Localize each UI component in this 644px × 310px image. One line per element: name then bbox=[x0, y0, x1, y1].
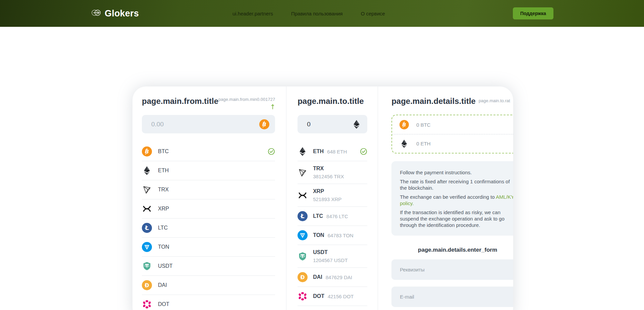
instruction-line: the blockchain. bbox=[400, 185, 513, 191]
to-title: page.main.to.title bbox=[298, 96, 364, 106]
coin-label: XRP bbox=[313, 188, 341, 194]
dot-icon bbox=[298, 291, 308, 301]
nav-link-2[interactable]: О сервисе bbox=[361, 11, 385, 16]
instruction-text: The rate is fixed after receiving 1 conf… bbox=[400, 179, 510, 184]
usdt-icon bbox=[142, 261, 152, 271]
coin-label: TON bbox=[313, 232, 324, 238]
coin-row-xrp[interactable]: XRP521893 XRP bbox=[298, 184, 367, 207]
exchange-card: page.main.from.title page.main.from.min0… bbox=[132, 86, 513, 310]
trx-icon bbox=[142, 185, 152, 195]
coin-row-dai[interactable]: ĐDAI847629 DAI bbox=[298, 268, 367, 287]
instruction-paragraph: The rate is fixed after receiving 1 conf… bbox=[400, 178, 513, 191]
coin-label: BTC bbox=[158, 148, 169, 154]
instruction-text: If the transaction is identified as risk… bbox=[400, 209, 500, 215]
check-icon bbox=[360, 148, 367, 155]
svg-text:Đ: Đ bbox=[300, 274, 305, 281]
from-title: page.main.from.title bbox=[142, 96, 218, 106]
coin-row-usdt[interactable]: USDT bbox=[142, 257, 275, 276]
logo[interactable]: Glokers bbox=[91, 0, 139, 27]
details-title: page.main.details.title bbox=[391, 96, 476, 106]
coin-row-trx[interactable]: TRX bbox=[142, 180, 275, 199]
logo-icon bbox=[91, 8, 102, 19]
coin-row-trx[interactable]: TRX3812456 TRX bbox=[298, 161, 367, 184]
from-amount-input[interactable] bbox=[151, 121, 259, 128]
to-column: page.main.to.title ETH648 ETHTRX3812456 … bbox=[286, 86, 378, 310]
instruction-line: The rate is fixed after receiving 1 conf… bbox=[400, 178, 513, 185]
coin-label: TON bbox=[158, 244, 169, 250]
from-amount-box: B bbox=[142, 115, 275, 133]
coin-label: DOT bbox=[313, 293, 324, 299]
email-input[interactable] bbox=[391, 287, 513, 307]
from-column: page.main.from.title page.main.from.min0… bbox=[132, 86, 286, 310]
coin-main: USDT1204567 USDT bbox=[313, 249, 347, 263]
xrp-icon bbox=[298, 190, 308, 200]
instruction-text: the blockchain. bbox=[400, 185, 433, 191]
eth-icon bbox=[399, 139, 409, 148]
eth-icon bbox=[298, 146, 308, 157]
to-header: page.main.to.title bbox=[298, 96, 367, 106]
coin-label: DOT bbox=[158, 301, 169, 307]
coin-reserve: 3812456 TRX bbox=[313, 174, 344, 179]
instruction-paragraph: Follow the payment instructions. bbox=[400, 169, 513, 176]
coin-row-usdt[interactable]: USDT1204567 USDT bbox=[298, 245, 367, 268]
nav-link-0[interactable]: ui.header.partners bbox=[232, 11, 273, 16]
to-amount-box bbox=[298, 115, 367, 133]
dai-icon: Đ bbox=[298, 272, 308, 282]
arrow-up-icon bbox=[270, 104, 275, 111]
instruction-text: The exchange can be verified according t… bbox=[400, 194, 496, 200]
header-nav: ui.header.partnersПравила пользованияО с… bbox=[232, 0, 385, 27]
requisites-input[interactable] bbox=[391, 259, 513, 280]
coin-label: ETH bbox=[158, 168, 169, 174]
logo-text: Glokers bbox=[105, 8, 139, 19]
instruction-line: Follow the payment instructions. bbox=[400, 169, 513, 176]
coin-row-xrp[interactable]: XRP bbox=[142, 199, 275, 219]
from-header: page.main.from.title page.main.from.min0… bbox=[142, 96, 275, 106]
instruction-line: If the transaction is identified as risk… bbox=[400, 209, 513, 215]
coin-row-ltc[interactable]: ŁLTC bbox=[142, 219, 275, 238]
summary-box: B0 BTC0 ETH bbox=[391, 115, 513, 153]
to-amount-input[interactable] bbox=[307, 121, 352, 128]
coin-label: ETH bbox=[313, 148, 324, 154]
ton-icon bbox=[142, 242, 152, 252]
coin-row-dot[interactable]: DOT bbox=[142, 295, 275, 310]
eth-icon bbox=[142, 166, 152, 176]
coin-reserve: 42156 DOT bbox=[328, 294, 354, 299]
coin-row-ton[interactable]: TON64783 TON bbox=[298, 226, 367, 245]
xrp-icon bbox=[142, 204, 152, 214]
coin-row-eth[interactable]: ETH648 ETH bbox=[298, 142, 367, 161]
summary-amount: 0 ETH bbox=[416, 141, 431, 146]
form-title: page.main.details.enter_form bbox=[391, 247, 513, 253]
svg-text:Đ: Đ bbox=[145, 282, 149, 289]
coin-label: USDT bbox=[313, 249, 347, 255]
coin-label: LTC bbox=[158, 225, 168, 231]
coin-reserve: 64783 TON bbox=[328, 233, 354, 238]
dot-icon bbox=[142, 299, 152, 309]
trx-icon bbox=[298, 168, 308, 178]
coin-reserve: 1204567 USDT bbox=[313, 257, 347, 263]
nav-link-1[interactable]: Правила пользования bbox=[291, 11, 343, 16]
details-form bbox=[391, 259, 513, 310]
instruction-line: suspend the exchange operation and ask t… bbox=[400, 215, 513, 222]
coin-reserve: 648 ETH bbox=[327, 149, 347, 154]
instruction-paragraph: If the transaction is identified as risk… bbox=[400, 209, 513, 228]
summary-row: 0 ETH bbox=[392, 134, 513, 153]
ltc-icon: Ł bbox=[142, 223, 152, 233]
coin-label: LTC bbox=[313, 213, 323, 219]
details-column: page.main.details.title page.main.to.rat… bbox=[378, 86, 513, 310]
aml-policy-link[interactable]: policy. bbox=[400, 200, 414, 206]
support-button[interactable]: Поддержка bbox=[513, 7, 553, 19]
coin-row-dot[interactable]: DOT42156 DOT bbox=[298, 287, 367, 306]
eth-icon bbox=[352, 119, 362, 129]
details-header: page.main.details.title page.main.to.rat bbox=[391, 96, 513, 106]
coin-label: TRX bbox=[313, 166, 344, 172]
coin-row-ltc[interactable]: ŁLTC8476 LTC bbox=[298, 207, 367, 226]
to-coin-list: ETH648 ETHTRX3812456 TRXXRP521893 XRPŁLT… bbox=[298, 142, 367, 306]
coin-row-eth[interactable]: ETH bbox=[142, 161, 275, 180]
coin-reserve: 521893 XRP bbox=[313, 196, 341, 202]
coin-row-dai[interactable]: ĐDAI bbox=[142, 276, 275, 295]
aml-policy-link[interactable]: AML/KYC bbox=[496, 194, 513, 200]
usdt-icon bbox=[298, 251, 308, 261]
coin-label: XRP bbox=[158, 206, 169, 212]
coin-row-btc[interactable]: BBTC bbox=[142, 142, 275, 161]
coin-row-ton[interactable]: TON bbox=[142, 238, 275, 257]
